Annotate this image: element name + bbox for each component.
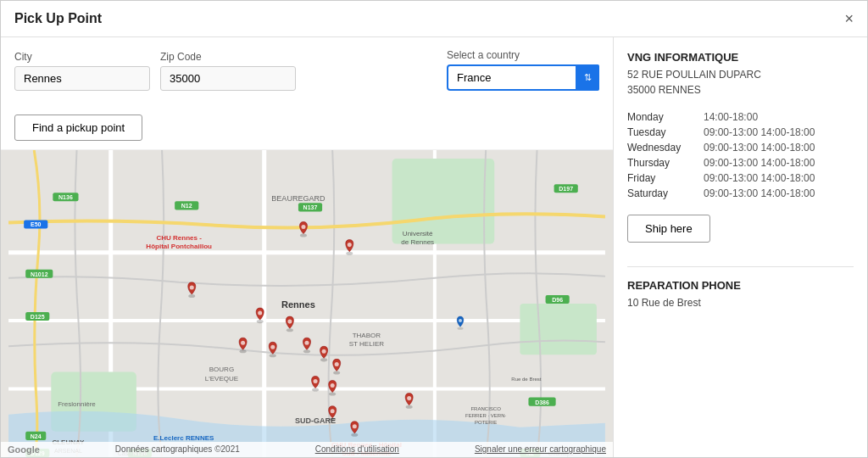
hours-times: 14:00-18:00 bbox=[704, 109, 854, 125]
form-section: City Zip Code Select a country France ⇅ bbox=[1, 37, 613, 150]
svg-point-71 bbox=[270, 354, 276, 357]
svg-point-83 bbox=[406, 405, 413, 409]
location-2-address: 10 Rue de Brest bbox=[627, 295, 854, 310]
svg-text:ST HELIER: ST HELIER bbox=[349, 340, 385, 348]
svg-point-90 bbox=[459, 319, 462, 322]
svg-point-89 bbox=[457, 327, 463, 330]
svg-text:BOURG: BOURG bbox=[209, 366, 234, 373]
svg-point-81 bbox=[329, 393, 336, 396]
svg-text:N1012: N1012 bbox=[31, 271, 48, 277]
svg-point-70 bbox=[241, 341, 245, 345]
hours-day: Thursday bbox=[627, 155, 704, 170]
hours-times: 09:00-13:00 14:00-18:00 bbox=[704, 125, 854, 140]
svg-point-65 bbox=[257, 320, 264, 323]
svg-text:Hôpital Pontchaillou: Hôpital Pontchaillou bbox=[146, 243, 212, 250]
svg-point-62 bbox=[348, 243, 352, 247]
map-svg: BEAUREGARD CHU Rennes - Hôpital Pontchai… bbox=[1, 150, 613, 457]
svg-point-63 bbox=[188, 294, 195, 298]
left-panel: City Zip Code Select a country France ⇅ bbox=[1, 37, 613, 457]
ship-here-button[interactable]: Ship here bbox=[627, 215, 710, 243]
location-1-name: VNG INFORMATIQUE bbox=[627, 51, 854, 64]
svg-point-75 bbox=[320, 358, 327, 361]
svg-text:POTERIE: POTERIE bbox=[475, 420, 497, 425]
hours-day: Saturday bbox=[627, 186, 704, 201]
city-label: City bbox=[14, 51, 150, 63]
hours-times: 09:00-13:00 14:00-18:00 bbox=[704, 140, 854, 155]
svg-text:N136: N136 bbox=[58, 194, 73, 200]
svg-text:D386: D386 bbox=[535, 399, 549, 405]
svg-text:N12: N12 bbox=[181, 203, 192, 209]
svg-text:D197: D197 bbox=[559, 186, 573, 192]
svg-text:THABOR: THABOR bbox=[353, 332, 381, 339]
svg-text:Freslonnière: Freslonnière bbox=[58, 400, 96, 408]
map-container: BEAUREGARD CHU Rennes - Hôpital Pontchai… bbox=[1, 150, 613, 457]
hours-row: Friday09:00-13:00 14:00-18:00 bbox=[627, 170, 854, 186]
svg-point-84 bbox=[407, 396, 411, 400]
hours-row: Thursday09:00-13:00 14:00-18:00 bbox=[627, 155, 854, 170]
close-button[interactable]: × bbox=[844, 11, 854, 26]
location-divider bbox=[627, 266, 854, 267]
city-group: City bbox=[14, 51, 150, 91]
svg-point-82 bbox=[331, 383, 335, 388]
map-error-link[interactable]: Signaler une erreur cartographique bbox=[475, 444, 606, 455]
svg-text:E50: E50 bbox=[31, 222, 42, 228]
svg-text:L'EVEQUE: L'EVEQUE bbox=[205, 375, 239, 383]
svg-point-79 bbox=[312, 388, 319, 392]
location-1-address: 52 RUE POULLAIN DUPARC 35000 RENNES bbox=[627, 67, 854, 98]
svg-point-60 bbox=[301, 225, 305, 229]
hours-day: Monday bbox=[627, 109, 704, 125]
hours-day: Tuesday bbox=[627, 125, 704, 140]
zipcode-input[interactable] bbox=[160, 66, 296, 91]
map-terms-link[interactable]: Conditions d'utilisation bbox=[315, 444, 399, 455]
svg-point-87 bbox=[351, 433, 358, 437]
svg-text:N24: N24 bbox=[31, 433, 42, 439]
svg-text:de Rennes: de Rennes bbox=[401, 238, 434, 246]
map-copyright: Données cartographiques ©2021 bbox=[115, 444, 240, 455]
zipcode-label: Zip Code bbox=[160, 51, 296, 63]
modal-title: Pick Up Point bbox=[14, 11, 102, 26]
svg-text:N137: N137 bbox=[303, 204, 318, 210]
svg-point-85 bbox=[329, 418, 336, 422]
svg-point-59 bbox=[300, 234, 307, 237]
right-panel: VNG INFORMATIQUE 52 RUE POULLAIN DUPARC … bbox=[613, 37, 867, 457]
country-select[interactable]: France bbox=[447, 64, 599, 91]
svg-point-74 bbox=[304, 341, 309, 345]
svg-rect-9 bbox=[520, 304, 597, 355]
svg-point-69 bbox=[240, 349, 247, 353]
svg-point-68 bbox=[287, 320, 292, 324]
country-label: Select a country bbox=[447, 49, 599, 61]
location-2-name: REPARATION PHONE bbox=[627, 279, 854, 292]
svg-point-88 bbox=[353, 424, 357, 428]
svg-point-86 bbox=[331, 409, 335, 413]
hours-row: Monday14:00-18:00 bbox=[627, 109, 854, 125]
svg-text:FRANCISCO: FRANCISCO bbox=[470, 406, 501, 411]
svg-point-64 bbox=[190, 285, 194, 289]
modal-header: Pick Up Point × bbox=[1, 1, 867, 37]
svg-point-76 bbox=[322, 349, 326, 354]
find-pickup-button[interactable]: Find a pickup point bbox=[14, 114, 142, 141]
hours-row: Tuesday09:00-13:00 14:00-18:00 bbox=[627, 125, 854, 140]
hours-times: 09:00-13:00 14:00-18:00 bbox=[704, 170, 854, 186]
hours-times: 09:00-13:00 14:00-18:00 bbox=[704, 186, 854, 201]
location-2: REPARATION PHONE 10 Rue de Brest bbox=[627, 279, 854, 310]
svg-text:E.Leclerc RENNES: E.Leclerc RENNES bbox=[153, 434, 214, 442]
country-group: Select a country France ⇅ bbox=[447, 49, 599, 91]
svg-text:D96: D96 bbox=[552, 297, 563, 303]
city-input[interactable] bbox=[14, 66, 150, 91]
svg-text:CHU Rennes -: CHU Rennes - bbox=[156, 234, 202, 242]
svg-point-67 bbox=[287, 328, 293, 332]
modal-body: City Zip Code Select a country France ⇅ bbox=[1, 37, 867, 457]
hours-row: Saturday09:00-13:00 14:00-18:00 bbox=[627, 186, 854, 201]
modal-container: Pick Up Point × City Zip Code Select a c… bbox=[0, 0, 868, 458]
svg-text:Rennes: Rennes bbox=[281, 299, 315, 310]
map-footer: Google Données cartographiques ©2021 Con… bbox=[1, 442, 613, 457]
google-logo: Google bbox=[8, 444, 40, 455]
hours-day: Wednesday bbox=[627, 140, 704, 155]
svg-point-73 bbox=[303, 349, 310, 353]
svg-point-77 bbox=[333, 371, 340, 374]
location-1: VNG INFORMATIQUE 52 RUE POULLAIN DUPARC … bbox=[627, 51, 854, 260]
hours-table: Monday14:00-18:00Tuesday09:00-13:00 14:0… bbox=[627, 109, 854, 201]
hours-times: 09:00-13:00 14:00-18:00 bbox=[704, 155, 854, 170]
svg-point-72 bbox=[270, 345, 275, 349]
svg-point-78 bbox=[335, 362, 339, 366]
